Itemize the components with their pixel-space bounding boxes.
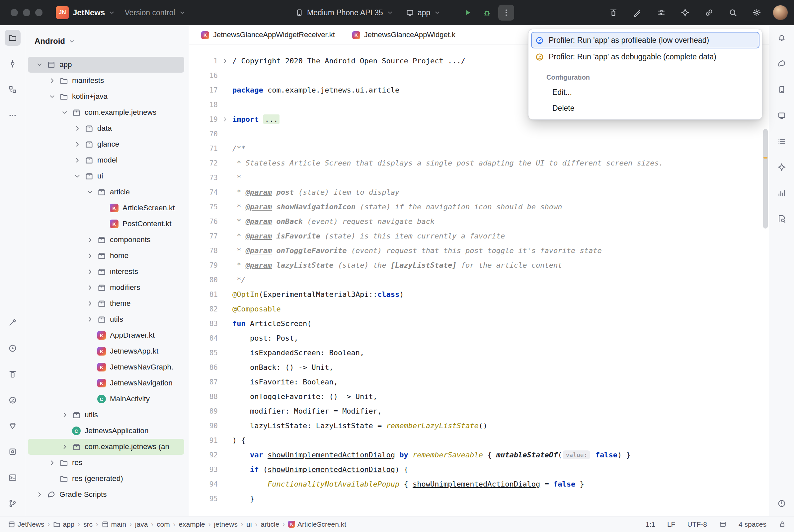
- ai-actions-icon[interactable]: [629, 5, 645, 21]
- problems-tool-icon[interactable]: [774, 495, 790, 511]
- tree-item-mainactivity[interactable]: CMainActivity: [28, 391, 184, 407]
- line-number[interactable]: 95: [189, 492, 218, 506]
- search-everywhere-icon[interactable]: [725, 5, 741, 21]
- line-number[interactable]: 90: [189, 419, 218, 433]
- breadcrumb-ui[interactable]: ui: [246, 520, 252, 528]
- chevron-right-icon[interactable]: [72, 140, 83, 148]
- code-line[interactable]: 86 onBack: () -> Unit,: [189, 360, 769, 375]
- popup-action-delete[interactable]: Delete: [529, 100, 762, 116]
- line-number[interactable]: 79: [189, 258, 218, 273]
- cursor-position[interactable]: 1:1: [646, 520, 655, 528]
- code-line[interactable]: 90 lazyListState: LazyListState = rememb…: [189, 419, 769, 433]
- line-number[interactable]: 75: [189, 200, 218, 214]
- line-number[interactable]: 92: [189, 448, 218, 462]
- editor-layout-indicator-icon[interactable]: [719, 520, 726, 528]
- line-number[interactable]: 80: [189, 273, 218, 287]
- device-streaming-icon[interactable]: [606, 5, 622, 21]
- chevron-down-icon[interactable]: [34, 61, 45, 68]
- line-number[interactable]: 76: [189, 214, 218, 229]
- gradle-tool-icon[interactable]: [774, 56, 790, 72]
- more-run-options-button[interactable]: [498, 5, 514, 21]
- project-tool-icon[interactable]: [5, 30, 21, 46]
- code-line[interactable]: 91) {: [189, 433, 769, 448]
- code-line[interactable]: 87 isFavorite: Boolean,: [189, 375, 769, 390]
- structure-tool-icon[interactable]: [5, 81, 21, 97]
- run-configuration-selector[interactable]: app: [401, 4, 445, 21]
- popup-item-profiler-debuggable[interactable]: Profiler: Run 'app' as debuggable (compl…: [531, 49, 759, 65]
- chevron-right-icon[interactable]: [47, 459, 58, 466]
- tree-item-postcontent-kt[interactable]: KPostContent.kt: [28, 216, 184, 232]
- line-number[interactable]: 77: [189, 229, 218, 244]
- tree-item-app[interactable]: app: [28, 57, 184, 73]
- tree-item-jetnewsapp-kt[interactable]: KJetnewsApp.kt: [28, 343, 184, 359]
- more-tool-windows-icon[interactable]: [5, 108, 21, 124]
- indent-style[interactable]: 4 spaces: [739, 520, 767, 528]
- code-line[interactable]: 77 * @param isFavorite (state) is this i…: [189, 229, 769, 244]
- chevron-right-icon[interactable]: [72, 156, 83, 164]
- code-line[interactable]: 73 *: [189, 170, 769, 185]
- tree-item-modifiers[interactable]: modifiers: [28, 280, 184, 296]
- window-fullscreen-button[interactable]: [35, 9, 42, 16]
- line-number[interactable]: 74: [189, 185, 218, 200]
- running-devices-icon[interactable]: [774, 108, 790, 124]
- chevron-right-icon[interactable]: [59, 443, 70, 451]
- tree-item-jetnewsnavigation[interactable]: KJetnewsNavigation: [28, 375, 184, 391]
- project-view-selector[interactable]: Android: [25, 25, 189, 57]
- code-line[interactable]: 82@Composable: [189, 302, 769, 317]
- commit-tool-icon[interactable]: [5, 56, 21, 72]
- line-number[interactable]: 16: [189, 68, 218, 83]
- line-number[interactable]: 85: [189, 346, 218, 360]
- chevron-right-icon[interactable]: [84, 284, 96, 291]
- line-separator[interactable]: LF: [667, 520, 676, 528]
- line-number[interactable]: 18: [189, 97, 218, 112]
- breadcrumb-java[interactable]: java: [135, 520, 148, 528]
- popup-action-edit[interactable]: Edit...: [529, 84, 762, 100]
- line-number[interactable]: 1: [189, 54, 218, 68]
- breadcrumb-src[interactable]: src: [83, 520, 93, 528]
- tree-item-res-generated[interactable]: res (generated): [28, 471, 184, 487]
- breadcrumb-jetnews[interactable]: JetNews: [8, 520, 44, 528]
- code-line[interactable]: 71/**: [189, 141, 769, 156]
- line-number[interactable]: 70: [189, 127, 218, 141]
- editor-tab-jetnewsglanceappwidgetreceiver-kt[interactable]: KJetnewsGlanceAppWidgetReceiver.kt: [192, 25, 344, 44]
- device-selector[interactable]: Medium Phone API 35: [291, 4, 398, 21]
- code-line[interactable]: 79 * @param lazyListState (state) the [L…: [189, 258, 769, 273]
- code-line[interactable]: 94 FunctionalityNotAvailablePopup { show…: [189, 477, 769, 492]
- breadcrumb-articlescreen-kt[interactable]: KArticleScreen.kt: [288, 520, 346, 528]
- editor-scrollbar[interactable]: [763, 129, 768, 229]
- code-line[interactable]: 80 */: [189, 273, 769, 287]
- tree-item-com-example-jetnews-an[interactable]: com.example.jetnews (an: [28, 439, 184, 455]
- line-number[interactable]: 93: [189, 462, 218, 477]
- editor-tab-jetnewsglanceappwidget-k[interactable]: KJetnewsGlanceAppWidget.k: [344, 25, 464, 44]
- code-line[interactable]: 74 * @param post (state) item to display: [189, 185, 769, 200]
- tree-item-manifests[interactable]: manifests: [28, 73, 184, 89]
- terminal-tool-icon[interactable]: [5, 470, 21, 486]
- tree-item-jetnewsapplication[interactable]: CJetnewsApplication: [28, 423, 184, 439]
- line-number[interactable]: 94: [189, 477, 218, 492]
- line-number[interactable]: 82: [189, 302, 218, 317]
- breadcrumb-example[interactable]: example: [179, 520, 205, 528]
- tree-item-com-example-jetnews[interactable]: com.example.jetnews: [28, 104, 184, 120]
- chevron-right-icon[interactable]: [84, 316, 96, 323]
- breadcrumb-main[interactable]: main: [101, 520, 127, 528]
- chevron-right-icon[interactable]: [59, 411, 70, 419]
- line-number[interactable]: 73: [189, 170, 218, 185]
- line-number[interactable]: 72: [189, 156, 218, 170]
- code-line[interactable]: 88 onToggleFavorite: () -> Unit,: [189, 390, 769, 404]
- tree-item-components[interactable]: components: [28, 232, 184, 248]
- gemini-tool-icon[interactable]: [774, 159, 790, 175]
- chevron-right-icon[interactable]: [47, 77, 58, 84]
- breadcrumb-app[interactable]: app: [53, 520, 74, 528]
- line-number[interactable]: 78: [189, 244, 218, 258]
- code-line[interactable]: 83fun ArticleScreen(: [189, 317, 769, 331]
- device-mirroring-icon[interactable]: [5, 366, 21, 382]
- line-number[interactable]: 71: [189, 141, 218, 156]
- chevron-right-icon[interactable]: [84, 236, 96, 244]
- tree-item-res[interactable]: res: [28, 455, 184, 471]
- tree-item-interests[interactable]: interests: [28, 264, 184, 280]
- file-writable-indicator-icon[interactable]: [778, 520, 786, 528]
- code-line[interactable]: 85 isExpandedScreen: Boolean,: [189, 346, 769, 360]
- line-number[interactable]: 84: [189, 331, 218, 346]
- view-options-icon[interactable]: [653, 5, 669, 21]
- debug-button[interactable]: [479, 5, 495, 21]
